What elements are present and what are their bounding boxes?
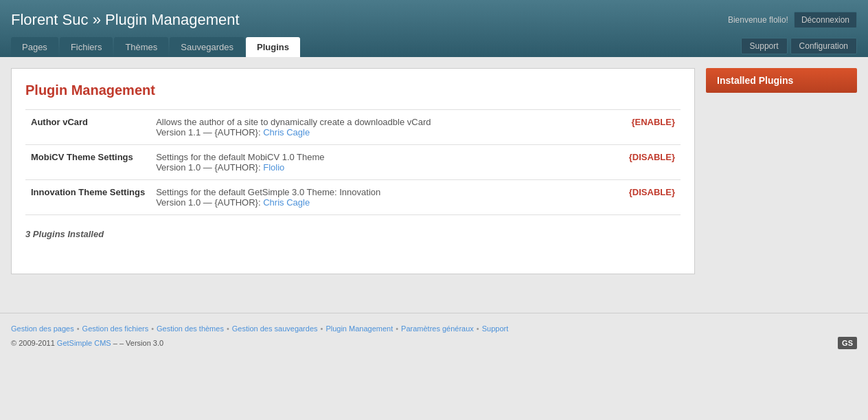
footer-link-plugin-management[interactable]: Plugin Management — [326, 324, 393, 333]
disable-link[interactable]: {DISABLE} — [629, 152, 675, 162]
nav-right-buttons: Support Configuration — [741, 38, 857, 57]
footer-link-support[interactable]: Support — [482, 324, 509, 333]
plugin-desc-line1: Allows the author of a site to dynamical… — [156, 117, 586, 127]
footer-link-themes[interactable]: Gestion des thèmes — [157, 324, 224, 333]
footer-link-pages[interactable]: Gestion des pages — [11, 324, 74, 333]
plugin-action: {DISABLE} — [592, 180, 681, 215]
tab-pages[interactable]: Pages — [11, 37, 58, 57]
tab-themes[interactable]: Thèmes — [114, 37, 168, 57]
footer-link-fichiers[interactable]: Gestion des fichiers — [82, 324, 149, 333]
installed-plugins-button[interactable]: Installed Plugins — [706, 68, 857, 93]
plugin-row: MobiCV Theme Settings Settings for the d… — [25, 145, 681, 180]
plugins-table: Author vCard Allows the author of a site… — [25, 109, 681, 215]
nav-tabs: Pages Fichiers Thèmes Sauvegardes Plugin… — [11, 37, 300, 57]
plugin-author-link[interactable]: Flolio — [263, 162, 284, 173]
plugin-desc-line1: Settings for the default GetSimple 3.0 T… — [156, 187, 586, 197]
plugin-row: Innovation Theme Settings Settings for t… — [25, 180, 681, 215]
footer-link-sauvegardes[interactable]: Gestion des sauvegardes — [232, 324, 318, 333]
support-button[interactable]: Support — [741, 38, 788, 54]
plugins-installed-count: 3 Plugins Installed — [25, 229, 681, 239]
plugin-action: {ENABLE} — [592, 110, 681, 145]
plugin-author-link[interactable]: Chris Cagle — [263, 197, 310, 208]
plugin-desc-line2: Version 1.1 — {AUTHOR}: Chris Cagle — [156, 127, 586, 137]
footer-link-parametres[interactable]: Paramètres généraux — [401, 324, 474, 333]
configuration-button[interactable]: Configuration — [790, 38, 857, 54]
footer-links: Gestion des pages • Gestion des fichiers… — [11, 324, 857, 333]
plugin-desc: Allows the author of a site to dynamical… — [150, 110, 592, 145]
plugin-name: MobiCV Theme Settings — [25, 145, 150, 180]
plugin-desc-line2: Version 1.0 — {AUTHOR}: Flolio — [156, 162, 586, 173]
logout-button[interactable]: Déconnexion — [794, 12, 857, 28]
disable-link[interactable]: {DISABLE} — [629, 187, 675, 197]
footer-copyright: © 2009-2011 GetSimple CMS – – Version 3.… — [11, 339, 163, 347]
gs-logo: GS — [838, 337, 857, 349]
plugin-action: {DISABLE} — [592, 145, 681, 180]
tab-fichiers[interactable]: Fichiers — [60, 37, 113, 57]
footer: Gestion des pages • Gestion des fichiers… — [0, 313, 868, 360]
page-heading: Plugin Management — [25, 82, 681, 98]
plugin-desc-line2: Version 1.0 — {AUTHOR}: Chris Cagle — [156, 197, 586, 208]
enable-link[interactable]: {ENABLE} — [631, 117, 675, 127]
header-actions: Bienvenue flolio! Déconnexion — [728, 12, 857, 28]
plugin-desc: Settings for the default MobiCV 1.0 Them… — [150, 145, 592, 180]
plugin-desc-line1: Settings for the default MobiCV 1.0 Them… — [156, 152, 586, 162]
sidebar: Installed Plugins — [706, 68, 857, 274]
plugin-author-link[interactable]: Chris Cagle — [263, 127, 310, 137]
plugin-name: Author vCard — [25, 110, 150, 145]
footer-cms-link[interactable]: GetSimple CMS — [57, 339, 111, 347]
tab-sauvegardes[interactable]: Sauvegardes — [170, 37, 244, 57]
nav-bar: Pages Fichiers Thèmes Sauvegardes Plugin… — [0, 37, 868, 57]
plugin-name: Innovation Theme Settings — [25, 180, 150, 215]
footer-bottom: © 2009-2011 GetSimple CMS – – Version 3.… — [11, 337, 857, 349]
welcome-text: Bienvenue flolio! — [728, 15, 788, 25]
plugin-desc: Settings for the default GetSimple 3.0 T… — [150, 180, 592, 215]
main-panel: Plugin Management Author vCard Allows th… — [11, 68, 695, 274]
plugin-row: Author vCard Allows the author of a site… — [25, 110, 681, 145]
tab-plugins[interactable]: Plugins — [246, 37, 300, 57]
site-title: Florent Suc » Plugin Management — [11, 5, 240, 34]
